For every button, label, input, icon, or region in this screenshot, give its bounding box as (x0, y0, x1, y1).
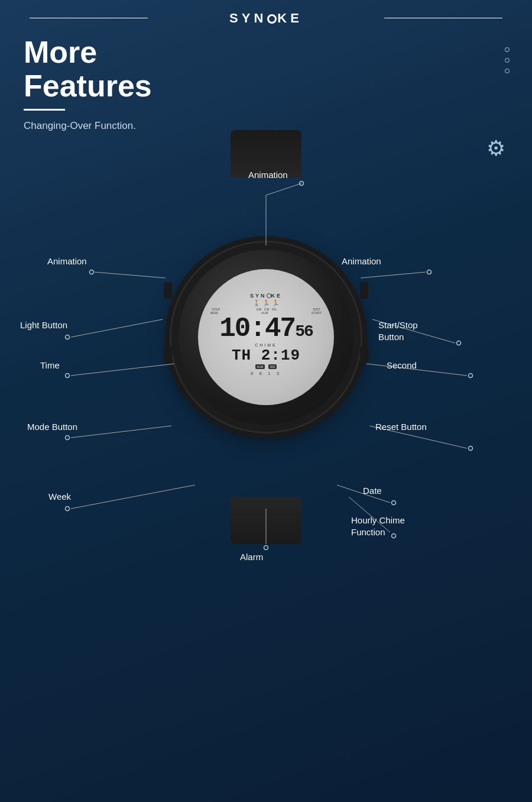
secondary-time-display: TH 2:19 (232, 348, 300, 363)
features-subtitle: Changing-Over Function. (24, 120, 152, 132)
band-bottom (231, 497, 301, 544)
svg-point-20 (66, 507, 70, 511)
svg-point-26 (264, 546, 268, 550)
annotation-week: Week (48, 491, 71, 503)
features-underline (24, 109, 65, 111)
header-line-left (30, 18, 148, 18)
watch-face: SYNKE 🚶 🏃 🏃 STEP KM CM KG DIST MEM ALM S… (198, 269, 334, 405)
annotation-time: Time (40, 360, 60, 371)
reset-button-physical[interactable] (360, 347, 368, 363)
svg-point-8 (66, 335, 70, 339)
start-label: START (312, 311, 322, 315)
annotation-light-button: Light Button (20, 319, 67, 331)
annotation-animation-left: Animation (47, 256, 87, 267)
annotation-alarm: Alarm (240, 551, 263, 563)
nav-dot-1[interactable] (505, 47, 510, 52)
mem-label: MEM (210, 311, 218, 315)
watch-face-brand: SYNKE (250, 293, 282, 299)
svg-point-24 (392, 534, 396, 538)
brand-o (267, 14, 277, 24)
annotation-hourly-chime: Hourly ChimeFunction (351, 515, 405, 538)
svg-point-4 (90, 270, 94, 274)
sig-badge: SIG (268, 364, 277, 369)
annotation-mode-button: Mode Button (27, 421, 77, 433)
header-line-right (384, 18, 502, 18)
alm-badge: ALM (255, 364, 265, 369)
header: SYNKE (0, 0, 532, 26)
features-title: More Features (24, 35, 152, 103)
svg-point-10 (457, 341, 461, 345)
light-button-physical[interactable] (164, 282, 172, 299)
main-time-display: 10:4756 (219, 315, 313, 342)
watch-area: SYNKE 🚶 🏃 🏃 STEP KM CM KG DIST MEM ALM S… (100, 172, 432, 503)
mode-button-physical[interactable] (164, 347, 172, 363)
svg-point-14 (469, 374, 473, 378)
svg-point-18 (469, 447, 473, 451)
svg-point-16 (66, 436, 70, 440)
serial-number: 9 8 1 3 (251, 371, 281, 376)
gear-icon: ⚙ (486, 136, 505, 161)
walk-icon: 🚶 (253, 300, 260, 306)
brand-title: SYNKE (229, 11, 303, 25)
alm-sig-row: ALM SIG (255, 364, 277, 369)
features-section: More Features Changing-Over Function. (24, 35, 152, 132)
nav-dots (505, 47, 510, 73)
nav-dot-2[interactable] (505, 58, 510, 63)
nav-dot-3[interactable] (505, 69, 510, 73)
run-icon: 🏃 (262, 300, 270, 306)
activity-icons-row: 🚶 🏃 🏃 (253, 300, 279, 306)
watch-body: SYNKE 🚶 🏃 🏃 STEP KM CM KG DIST MEM ALM S… (174, 245, 358, 429)
svg-point-12 (66, 374, 70, 378)
band-top (231, 130, 301, 177)
sprint-icon: 🏃 (272, 300, 279, 306)
start-stop-button-physical[interactable] (360, 282, 368, 299)
